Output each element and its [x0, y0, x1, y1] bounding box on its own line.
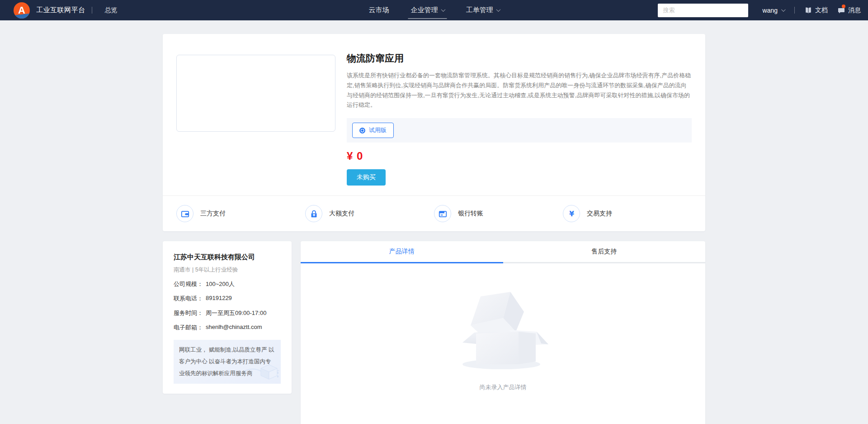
book-icon — [805, 7, 812, 14]
svg-text:¥: ¥ — [569, 210, 574, 218]
vendor-meta: 南通市 | 5年以上行业经验 — [174, 266, 281, 274]
nav-item-label: 云市场 — [369, 6, 389, 14]
nav-item-enterprise-mgmt[interactable]: 企业管理 — [411, 0, 444, 20]
messages-link[interactable]: 消息 — [838, 6, 861, 14]
feature-transaction-support: ¥ 交易支持 — [563, 205, 692, 222]
feature-label: 交易支持 — [587, 210, 612, 218]
user-menu[interactable]: wang — [763, 7, 784, 14]
feature-label: 三方支付 — [200, 210, 226, 218]
nav-item-label: 工单管理 — [466, 6, 493, 14]
bank-card-icon — [434, 205, 451, 222]
search-input[interactable] — [658, 4, 748, 17]
docs-link[interactable]: 文档 — [805, 6, 828, 14]
row-label: 公司规模： — [174, 280, 203, 288]
product-card: 物流防窜应用 该系统是所有快销行业都必备的一套物流防窜管理系统。其核心目标是规范… — [163, 34, 705, 231]
tab-after-sales[interactable]: 售后支持 — [503, 241, 706, 263]
vendor-slogan: 网联工业， 赋能制造,以品质立尊严 以客户为中心 以奋斗者为本打造国内专业领先的… — [174, 340, 281, 384]
price-value: 0 — [357, 150, 363, 162]
nav-item-cloud-market[interactable]: 云市场 — [369, 0, 389, 20]
features-row: 三方支付 ¥ 大额支付 — [163, 195, 705, 231]
messages-label: 消息 — [848, 6, 861, 14]
vendor-card: 江苏中天互联科技有限公司 南通市 | 5年以上行业经验 公司规模： 100~20… — [163, 241, 292, 394]
product-title: 物流防窜应用 — [347, 52, 692, 65]
yuan-icon: ¥ — [563, 205, 580, 222]
product-description: 该系统是所有快销行业都必备的一套物流防窜管理系统。其核心目标是规范经销商的销售行… — [347, 71, 692, 110]
vendor-row-service-hours: 服务时间： 周一至周五09:00-17:00 — [174, 309, 281, 317]
chevron-down-icon — [496, 7, 500, 12]
empty-state: 尚未录入产品详情 — [301, 263, 705, 424]
feature-large-payment: ¥ 大额支付 — [305, 205, 434, 222]
top-navbar: A 工业互联网平台 总览 云市场 企业管理 工单管理 wang — [0, 0, 868, 20]
nav-item-workorder-mgmt[interactable]: 工单管理 — [466, 0, 500, 20]
product-image-placeholder — [176, 55, 335, 132]
row-label: 联系电话： — [174, 295, 203, 303]
app-logo-icon[interactable]: A — [14, 2, 30, 19]
nav-item-label: 企业管理 — [411, 6, 438, 14]
vendor-row-phone: 联系电话： 89191229 — [174, 295, 281, 303]
row-value: 周一至周五09:00-17:00 — [206, 309, 266, 317]
feature-bank-transfer: 银行转账 — [434, 205, 563, 222]
main-menu: 云市场 企业管理 工单管理 — [369, 0, 500, 20]
currency-symbol: ¥ — [347, 150, 353, 162]
logo-letter: A — [18, 5, 25, 15]
page-body: 物流防窜应用 该系统是所有快销行业都必备的一套物流防窜管理系统。其核心目标是规范… — [0, 20, 868, 424]
row-label: 电子邮箱： — [174, 324, 203, 332]
edition-strip: 试用版 — [347, 118, 692, 143]
radio-dot-icon — [359, 128, 365, 133]
edition-label: 试用版 — [369, 126, 387, 134]
navbar-right: wang 文档 消息 — [658, 4, 861, 17]
brand: A 工业互联网平台 总览 — [14, 2, 118, 19]
purchase-status-button[interactable]: 未购买 — [347, 169, 386, 186]
tab-product-detail[interactable]: 产品详情 — [301, 241, 503, 263]
nav-divider — [794, 7, 795, 14]
nav-item-overview[interactable]: 总览 — [105, 6, 118, 14]
username: wang — [763, 7, 778, 14]
feature-label: 银行转账 — [458, 210, 483, 218]
wallet-icon — [176, 205, 193, 222]
docs-label: 文档 — [815, 6, 828, 14]
platform-title: 工业互联网平台 — [36, 6, 85, 14]
row-value: 100~200人 — [206, 280, 235, 288]
notification-dot — [842, 5, 845, 8]
feature-label: 大额支付 — [329, 210, 354, 218]
detail-tabs: 产品详情 售后支持 — [301, 241, 705, 263]
chevron-down-icon — [441, 7, 445, 12]
svg-text:¥: ¥ — [312, 213, 315, 217]
vendor-row-email: 电子邮箱： shenlh@chinaztt.com — [174, 324, 281, 332]
row-value: 89191229 — [206, 295, 232, 303]
brand-divider — [92, 7, 92, 14]
price: ¥ 0 — [347, 150, 692, 162]
empty-state-text: 尚未录入产品详情 — [480, 383, 527, 391]
chevron-down-icon — [781, 7, 786, 12]
feature-third-party-payment: 三方支付 — [176, 205, 305, 222]
slogan-text: 网联工业， 赋能制造,以品质立尊严 以客户为中心 以奋斗者为本打造国内专业领先的… — [179, 347, 274, 376]
empty-box-icon — [453, 288, 554, 374]
row-label: 服务时间： — [174, 309, 203, 317]
vendor-row-company-size: 公司规模： 100~200人 — [174, 280, 281, 288]
row-value: shenlh@chinaztt.com — [206, 324, 262, 332]
detail-panel: 产品详情 售后支持 — [301, 241, 705, 424]
lock-icon: ¥ — [305, 205, 322, 222]
vendor-name: 江苏中天互联科技有限公司 — [174, 253, 281, 262]
trial-edition-badge[interactable]: 试用版 — [352, 123, 394, 138]
